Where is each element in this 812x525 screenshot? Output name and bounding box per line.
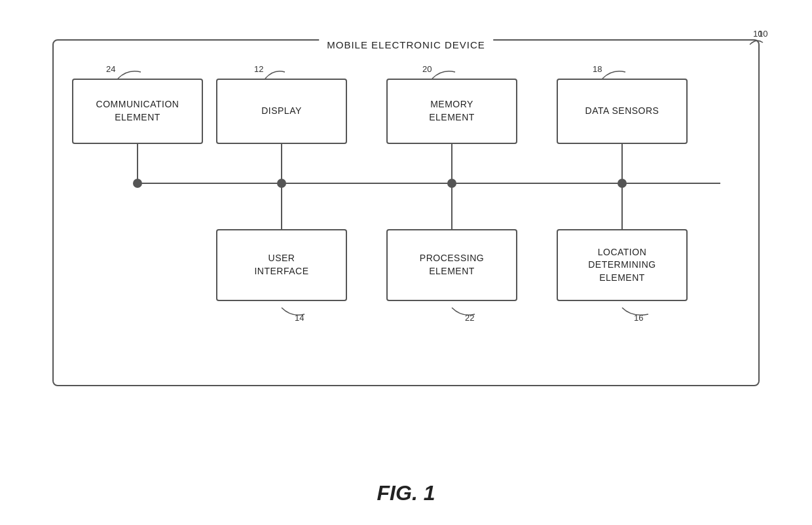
- user-interface-box: USERINTERFACE: [216, 229, 347, 301]
- display-label: DISPLAY: [261, 105, 302, 118]
- ref-20: 20: [422, 64, 432, 74]
- communication-element-box: COMMUNICATIONELEMENT: [72, 79, 203, 144]
- figure-label: FIG. 1: [377, 481, 435, 505]
- ref-16: 16: [634, 313, 643, 323]
- data-sensors-box: DATA SENSORS: [557, 79, 688, 144]
- memory-element-box: MEMORYELEMENT: [386, 79, 517, 144]
- ref-10-label: 10: [753, 29, 762, 39]
- ref-12: 12: [254, 64, 263, 74]
- ref-24: 24: [106, 64, 115, 74]
- processing-element-box: PROCESSINGELEMENT: [386, 229, 517, 301]
- outer-box-label: MOBILE ELECTRONIC DEVICE: [319, 39, 493, 50]
- communication-element-label: COMMUNICATIONELEMENT: [96, 98, 179, 124]
- diagram-area: MOBILE ELECTRONIC DEVICE 10: [33, 20, 779, 425]
- display-box: DISPLAY: [216, 79, 347, 144]
- memory-element-label: MEMORYELEMENT: [429, 98, 475, 124]
- location-determining-label: LOCATIONDETERMININGELEMENT: [588, 246, 656, 285]
- ref-18: 18: [593, 64, 602, 74]
- ref-14: 14: [295, 313, 304, 323]
- user-interface-label: USERINTERFACE: [254, 252, 308, 278]
- ref-22: 22: [465, 313, 474, 323]
- location-determining-box: LOCATIONDETERMININGELEMENT: [557, 229, 688, 301]
- data-sensors-label: DATA SENSORS: [585, 105, 659, 118]
- processing-element-label: PROCESSINGELEMENT: [420, 252, 484, 278]
